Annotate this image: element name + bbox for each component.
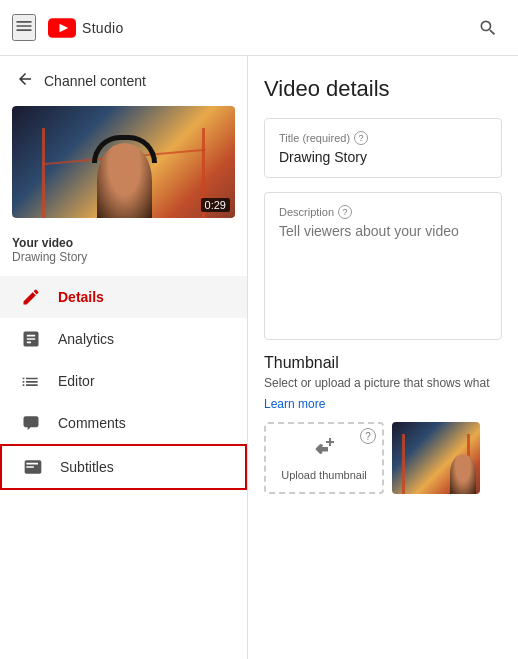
- description-help-icon[interactable]: ?: [338, 205, 352, 219]
- title-field-value[interactable]: Drawing Story: [279, 149, 487, 165]
- sidebar-item-subtitles[interactable]: Subtitles: [0, 444, 247, 490]
- sidebar-item-details[interactable]: Details: [0, 276, 247, 318]
- video-title-small: Drawing Story: [12, 250, 235, 264]
- studio-label: Studio: [82, 20, 124, 36]
- title-field-card: Title (required) ? Drawing Story: [264, 118, 502, 178]
- editor-icon: [20, 370, 42, 392]
- upload-thumbnail-label: Upload thumbnail: [281, 469, 367, 481]
- your-video-label: Your video: [12, 236, 235, 250]
- thumbnail-description: Select or upload a picture that shows wh…: [264, 376, 502, 390]
- title-help-icon[interactable]: ?: [354, 131, 368, 145]
- sidebar-item-comments[interactable]: Comments: [0, 402, 247, 444]
- description-input[interactable]: [279, 223, 487, 323]
- upload-image-icon: [312, 436, 336, 465]
- sidebar-subtitles-label: Subtitles: [60, 459, 114, 475]
- thumbnail-options: ? Upload thumbnail: [264, 422, 502, 494]
- thumbnail-title: Thumbnail: [264, 354, 502, 372]
- logo-area: Studio: [48, 18, 124, 38]
- channel-content-label: Channel content: [44, 73, 146, 89]
- sidebar: Channel content 0:29 Your video Drawing …: [0, 56, 248, 659]
- video-thumbnail: 0:29: [12, 106, 235, 218]
- back-arrow-icon: [16, 70, 34, 92]
- video-thumbnail-container: 0:29: [12, 106, 235, 218]
- description-field-card: Description ?: [264, 192, 502, 340]
- analytics-icon: [20, 328, 42, 350]
- pencil-icon: [20, 286, 42, 308]
- duration-badge: 0:29: [201, 198, 230, 212]
- sidebar-item-analytics[interactable]: Analytics: [0, 318, 247, 360]
- top-header: Studio: [0, 0, 518, 56]
- sidebar-nav: Details Analytics Editor Comments: [0, 276, 247, 490]
- existing-thumbnail[interactable]: [392, 422, 480, 494]
- video-info: Your video Drawing Story: [0, 230, 247, 276]
- content-panel: Video details Title (required) ? Drawing…: [248, 56, 518, 659]
- description-field-label: Description ?: [279, 205, 487, 219]
- sidebar-item-editor[interactable]: Editor: [0, 360, 247, 402]
- comments-icon: [20, 412, 42, 434]
- page-title: Video details: [264, 76, 502, 102]
- upload-help-icon[interactable]: ?: [360, 428, 376, 444]
- search-button[interactable]: [470, 10, 506, 46]
- thumbnail-section: Thumbnail Select or upload a picture tha…: [264, 354, 502, 494]
- subtitles-icon: [22, 456, 44, 478]
- sidebar-comments-label: Comments: [58, 415, 126, 431]
- back-navigation[interactable]: Channel content: [0, 56, 247, 106]
- learn-more-link[interactable]: Learn more: [264, 397, 325, 411]
- upload-thumbnail-button[interactable]: ? Upload thumbnail: [264, 422, 384, 494]
- youtube-icon: [48, 18, 76, 38]
- sidebar-editor-label: Editor: [58, 373, 95, 389]
- title-field-label: Title (required) ?: [279, 131, 487, 145]
- main-layout: Channel content 0:29 Your video Drawing …: [0, 56, 518, 659]
- sidebar-details-label: Details: [58, 289, 104, 305]
- sidebar-analytics-label: Analytics: [58, 331, 114, 347]
- hamburger-button[interactable]: [12, 14, 36, 41]
